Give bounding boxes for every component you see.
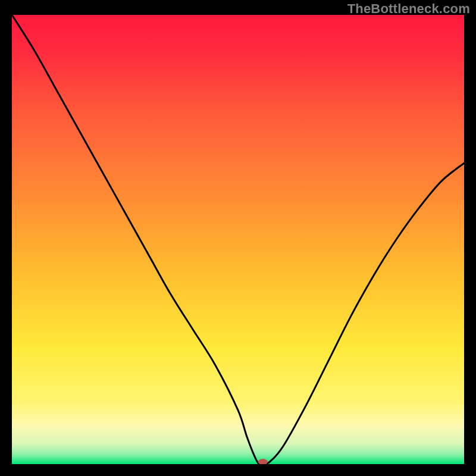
plot-area (12, 15, 464, 464)
chart-frame: TheBottleneck.com (0, 0, 476, 476)
watermark-text: TheBottleneck.com (347, 1, 470, 17)
chart-svg (12, 15, 464, 464)
